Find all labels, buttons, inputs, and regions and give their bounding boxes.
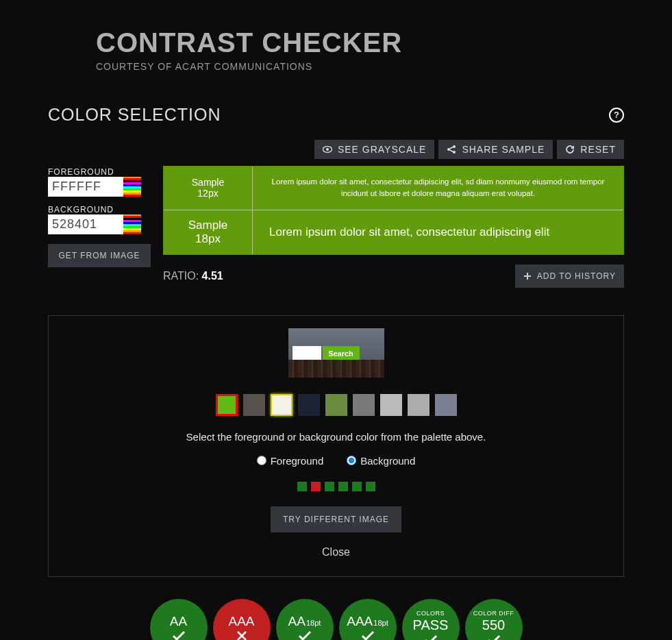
share-sample-label: SHARE SAMPLE — [462, 144, 545, 155]
svg-point-3 — [453, 145, 456, 148]
thumbnail-search-button: Search — [323, 346, 360, 361]
result-badge-4: COLORSPASS — [402, 599, 460, 641]
x-icon — [236, 630, 247, 641]
background-label: BACKGROUND — [48, 205, 151, 214]
eye-icon — [323, 145, 332, 154]
sample-12-label-b: 12px — [197, 188, 218, 199]
palette-swatch-1[interactable] — [243, 394, 265, 416]
palette-swatch-5[interactable] — [353, 394, 375, 416]
result-badge-1: AAA — [213, 599, 271, 641]
get-from-image-label: GET FROM IMAGE — [58, 251, 140, 260]
share-icon — [447, 145, 456, 154]
pager-dot-2[interactable] — [325, 482, 334, 491]
svg-point-1 — [326, 148, 329, 151]
result-label: AAA — [228, 614, 254, 629]
add-to-history-button[interactable]: ADD TO HISTORY — [515, 264, 624, 288]
pager — [297, 482, 375, 491]
pager-dot-1[interactable] — [311, 482, 321, 491]
result-label: AA — [170, 614, 187, 629]
background-radio-label: Background — [360, 455, 415, 467]
palette-swatch-2[interactable] — [271, 394, 293, 416]
pager-dot-3[interactable] — [338, 482, 348, 491]
foreground-radio-label: Foreground — [271, 455, 324, 467]
result-label: AAA18pt — [347, 614, 388, 629]
refresh-icon — [565, 145, 575, 154]
sample-12-label-a: Sample — [192, 177, 224, 188]
palette-swatch-7[interactable] — [408, 394, 430, 416]
ratio-value: 4.51 — [202, 270, 223, 282]
check-icon — [172, 630, 186, 641]
result-top: COLOR DIFF — [473, 610, 514, 617]
close-link[interactable]: Close — [322, 546, 350, 558]
plus-icon — [523, 272, 532, 280]
share-sample-button[interactable]: SHARE SAMPLE — [438, 140, 553, 159]
background-input[interactable] — [48, 214, 123, 234]
pager-dot-4[interactable] — [352, 482, 362, 491]
foreground-input[interactable] — [48, 177, 123, 197]
palette-swatch-6[interactable] — [380, 394, 402, 416]
pager-dot-0[interactable] — [297, 482, 307, 491]
result-badge-2: AA18pt — [276, 599, 334, 641]
check-icon — [298, 630, 312, 641]
image-source-panel: Search Select the foreground or backgrou… — [48, 315, 624, 577]
pager-dot-5[interactable] — [366, 482, 375, 491]
reset-button[interactable]: RESET — [557, 140, 624, 159]
background-color-picker[interactable] — [123, 214, 141, 234]
result-big: 550 — [482, 617, 505, 633]
background-radio-input[interactable] — [347, 456, 356, 465]
foreground-color-picker[interactable] — [123, 177, 141, 197]
try-different-image-label: TRY DIFFERENT IMAGE — [283, 515, 389, 524]
help-icon[interactable]: ? — [609, 108, 624, 123]
palette-instruction: Select the foreground or background colo… — [186, 431, 486, 443]
see-grayscale-label: SEE GRAYSCALE — [338, 144, 426, 155]
check-icon — [361, 630, 375, 641]
add-to-history-label: ADD TO HISTORY — [537, 271, 616, 281]
check-icon — [487, 635, 501, 641]
sample-18-text: Lorem ipsum dolor sit amet, consectetur … — [265, 225, 549, 239]
palette-swatch-3[interactable] — [298, 394, 320, 416]
check-icon — [424, 635, 438, 641]
foreground-radio-input[interactable] — [257, 456, 266, 465]
reset-label: RESET — [580, 144, 616, 155]
sample-preview: Sample 12px Lorem ipsum dolor sit amet, … — [163, 166, 624, 255]
result-big: PASS — [413, 617, 449, 633]
results-row: AAAAAAA18ptAAA18ptCOLORSPASSCOLOR DIFF55… — [48, 599, 624, 641]
section-title: COLOR SELECTION — [48, 105, 221, 125]
palette-swatch-4[interactable] — [325, 394, 347, 416]
foreground-label: FOREGROUND — [48, 167, 151, 177]
sample-12-text: Lorem ipsum dolor sit amet, consectetur … — [265, 176, 611, 200]
ratio-label: RATIO: — [163, 270, 202, 282]
result-label: AA18pt — [288, 614, 321, 629]
color-palette — [216, 394, 457, 416]
see-grayscale-button[interactable]: SEE GRAYSCALE — [314, 140, 434, 159]
get-from-image-button[interactable]: GET FROM IMAGE — [48, 244, 151, 267]
result-badge-0: AA — [150, 599, 208, 641]
source-image-thumbnail[interactable]: Search — [288, 328, 384, 378]
page-subtitle: COURTESY OF ACART COMMUNICATIONS — [96, 61, 624, 72]
result-badge-5: COLOR DIFF550 — [465, 599, 523, 641]
palette-swatch-0[interactable] — [216, 394, 238, 416]
page-title: CONTRAST CHECKER — [96, 27, 624, 58]
try-different-image-button[interactable]: TRY DIFFERENT IMAGE — [271, 506, 401, 532]
sample-18-label-a: Sample — [188, 219, 228, 232]
svg-point-4 — [453, 151, 456, 153]
result-top: COLORS — [416, 610, 445, 617]
sample-18-label-b: 18px — [195, 232, 221, 246]
background-radio[interactable]: Background — [347, 455, 415, 467]
result-badge-3: AAA18pt — [339, 599, 397, 641]
foreground-radio[interactable]: Foreground — [257, 455, 324, 467]
palette-swatch-8[interactable] — [435, 394, 457, 416]
